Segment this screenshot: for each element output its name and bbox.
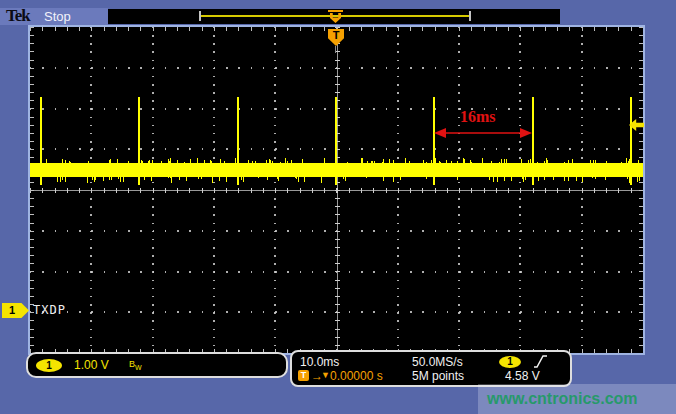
waveform-noise bbox=[621, 162, 622, 163]
waveform-noise bbox=[568, 160, 569, 163]
waveform-noise bbox=[280, 162, 281, 163]
waveform-noise bbox=[60, 177, 61, 182]
waveform-noise bbox=[128, 161, 129, 163]
waveform-noise bbox=[184, 162, 185, 163]
waveform-noise bbox=[606, 161, 607, 163]
waveform-noise bbox=[87, 177, 88, 183]
waveform-noise bbox=[220, 159, 221, 163]
waveform-noise bbox=[248, 160, 249, 163]
waveform-noise bbox=[92, 177, 93, 180]
waveform-noise bbox=[457, 177, 458, 180]
tek-logo: Tek bbox=[6, 6, 30, 26]
waveform-noise bbox=[530, 159, 531, 163]
waveform-noise bbox=[405, 158, 406, 163]
waveform-noise bbox=[94, 177, 95, 182]
waveform-noise bbox=[626, 158, 627, 163]
waveform-noise bbox=[463, 158, 464, 163]
waveform-noise bbox=[177, 161, 178, 163]
waveform-noise bbox=[362, 158, 363, 163]
record-window-bracket-left bbox=[199, 11, 201, 21]
waveform-noise bbox=[605, 177, 606, 180]
waveform-noise bbox=[489, 177, 490, 180]
bandwidth-limit-indicator: BW bbox=[129, 359, 142, 371]
waveform-noise bbox=[638, 160, 639, 163]
waveform-noise bbox=[639, 177, 640, 181]
waveform-noise bbox=[321, 177, 322, 183]
waveform-noise bbox=[211, 161, 212, 163]
waveform-noise bbox=[471, 162, 472, 163]
waveform-noise bbox=[148, 161, 149, 163]
waveform-noise bbox=[161, 161, 162, 163]
waveform-noise bbox=[446, 160, 447, 163]
waveform-noise bbox=[426, 177, 427, 179]
waveform-noise bbox=[568, 177, 569, 181]
waveform-noise bbox=[595, 160, 596, 163]
waveform-noise bbox=[224, 161, 225, 163]
waveform-noise bbox=[593, 160, 594, 163]
waveform-noise bbox=[110, 159, 111, 163]
waveform-noise bbox=[142, 161, 143, 163]
waveform-noise bbox=[576, 177, 577, 181]
waveform-noise bbox=[374, 161, 375, 163]
waveform-noise bbox=[435, 158, 436, 163]
trigger-position-line bbox=[335, 46, 336, 53]
waveform-noise bbox=[400, 177, 401, 180]
waveform-noise bbox=[123, 177, 124, 182]
waveform-noise bbox=[272, 161, 273, 163]
waveform-noise bbox=[304, 177, 305, 182]
waveform-noise bbox=[572, 159, 573, 163]
waveform-noise bbox=[521, 159, 522, 163]
waveform-noise bbox=[409, 161, 410, 163]
waveform-noise bbox=[149, 160, 150, 163]
waveform-noise bbox=[528, 160, 529, 163]
waveform-spike-under bbox=[433, 177, 435, 185]
waveform-spike bbox=[40, 97, 42, 167]
waveform-noise bbox=[523, 177, 524, 182]
waveform-noise bbox=[544, 177, 545, 180]
record-waveform-preview bbox=[200, 15, 470, 17]
waveform-noise bbox=[525, 177, 526, 180]
acquisition-status: Stop bbox=[44, 9, 71, 24]
waveform-spike-under bbox=[630, 177, 632, 185]
trigger-level-readout: 4.58 V bbox=[505, 369, 540, 383]
waveform-noise bbox=[266, 160, 267, 163]
waveform-noise bbox=[235, 158, 236, 163]
waveform-noise bbox=[111, 177, 112, 180]
timebase-readout: 10.0ms bbox=[300, 355, 339, 369]
bandwidth-w: W bbox=[135, 364, 142, 371]
waveform-noise bbox=[287, 161, 288, 163]
waveform-noise bbox=[302, 159, 303, 163]
waveform-noise bbox=[595, 177, 596, 179]
waveform-noise bbox=[592, 177, 593, 178]
waveform-noise bbox=[46, 159, 47, 163]
waveform-noise bbox=[88, 161, 89, 163]
waveform-noise bbox=[553, 177, 554, 180]
interval-annotation-arrow bbox=[434, 125, 532, 141]
waveform-spike-under bbox=[40, 177, 42, 185]
waveform-spike-under bbox=[138, 177, 140, 185]
interval-annotation-label: 16ms bbox=[460, 108, 496, 126]
waveform-noise bbox=[201, 177, 202, 179]
waveform-noise bbox=[345, 177, 346, 181]
waveform-noise bbox=[501, 159, 502, 163]
horizontal-trigger-readout-box[interactable]: 10.0ms 50.0MS/s 1 T → ▼ 0.00000 s 5M poi… bbox=[290, 350, 572, 387]
waveform-noise bbox=[627, 177, 628, 179]
graticule bbox=[30, 27, 643, 353]
channel1-ground-marker[interactable]: 1 bbox=[2, 303, 29, 318]
waveform-noise bbox=[431, 160, 432, 163]
waveform-noise bbox=[278, 177, 279, 181]
waveform-noise bbox=[285, 158, 286, 163]
expansion-point-icon bbox=[328, 10, 343, 12]
waveform-noise bbox=[511, 177, 512, 181]
waveform-noise bbox=[366, 177, 367, 178]
waveform-noise bbox=[491, 161, 492, 163]
waveform-noise bbox=[451, 161, 452, 163]
channel1-readout-box[interactable]: 1 1.00 V BW bbox=[26, 352, 288, 378]
sample-rate-readout: 50.0MS/s bbox=[412, 355, 463, 369]
trigger-marker-icon: ▼ bbox=[321, 370, 330, 380]
waveform-spike bbox=[138, 97, 140, 167]
waveform-noise bbox=[544, 161, 545, 163]
waveform-noise bbox=[219, 177, 220, 181]
waveform-noise bbox=[426, 162, 427, 163]
waveform-noise bbox=[423, 160, 424, 163]
